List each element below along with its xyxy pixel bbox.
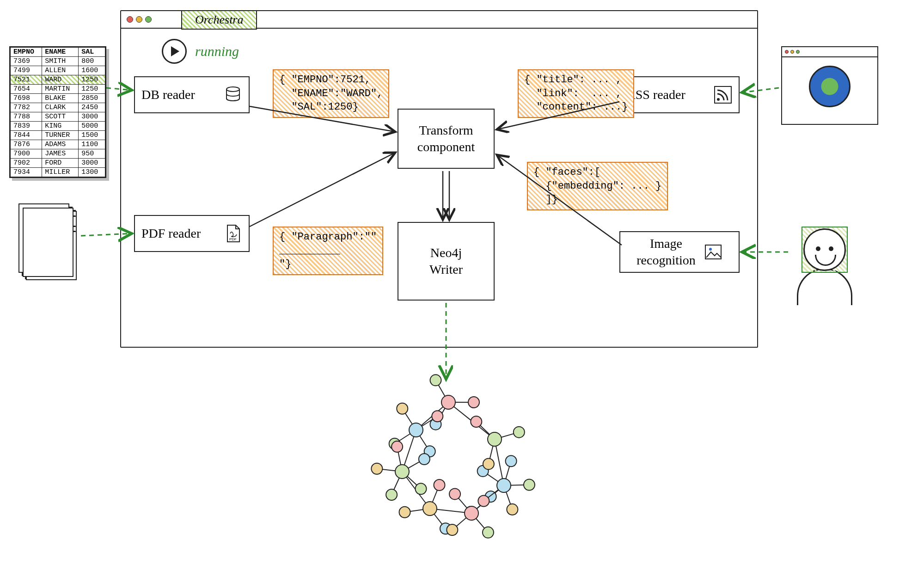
pdf-payload: { "Paragraph":"" __________ "} [273,227,383,275]
svg-point-41 [399,507,410,518]
svg-point-14 [468,397,479,408]
svg-point-36 [419,454,430,465]
svg-point-34 [392,441,403,452]
svg-point-55 [465,506,478,520]
svg-text:PDF: PDF [229,237,237,241]
svg-point-39 [395,465,409,479]
svg-point-30 [386,489,397,500]
source-web-window [781,46,878,125]
db-reader-label: DB reader [141,87,195,102]
svg-point-18 [430,375,441,386]
svg-point-46 [423,502,437,516]
rss-payload: { "title": ... , "link": ... , "content"… [518,69,634,118]
db-reader-node[interactable]: DB reader [134,76,250,113]
svg-point-28 [409,423,423,437]
svg-point-5 [709,248,712,251]
source-db-table: EMPNOENAMESAL 7369SMITH8007499ALLEN16007… [9,46,106,178]
minimize-dot-icon[interactable] [136,16,142,23]
svg-point-66 [497,479,511,492]
svg-point-25 [397,403,408,414]
rss-reader-label: RSS reader [627,87,685,102]
zoom-dot-icon[interactable] [145,16,152,23]
svg-point-70 [483,458,494,469]
rss-reader-node[interactable]: RSS reader [619,76,740,113]
svg-point-43 [434,479,445,491]
svg-point-27 [432,411,443,422]
globe-icon [809,66,851,107]
pdf-reader-node[interactable]: PDF reader PDF [134,215,250,252]
output-graph [356,361,550,555]
play-button[interactable] [162,39,187,64]
svg-point-19 [441,395,455,409]
rss-icon [714,86,732,104]
svg-point-61 [507,504,518,515]
svg-point-72 [471,416,482,427]
image-recognition-node[interactable]: Image recognition [619,231,740,273]
db-payload: { "EMPNO":7521, "ENAME":"WARD", "SAL":12… [273,69,389,118]
image-recognition-label: Image recognition [636,235,696,269]
app-title-tab: Orchestra [181,10,257,30]
svg-point-63 [478,495,489,506]
svg-point-59 [524,479,535,491]
svg-point-38 [415,483,426,494]
svg-point-52 [483,527,494,538]
transform-node[interactable]: Transform component [398,109,495,169]
neo4j-writer-label: Neo4j Writer [429,245,463,278]
close-dot-icon[interactable] [127,16,133,23]
svg-point-3 [717,98,720,101]
source-pdf-documents [18,203,79,282]
faces-payload: { "faces":[ {"embedding": ... } ]} [527,162,668,210]
svg-point-54 [447,524,458,535]
svg-rect-2 [715,86,731,103]
image-icon [704,243,722,261]
svg-point-68 [514,427,525,438]
svg-point-57 [506,455,517,467]
transform-label: Transform component [417,122,475,156]
status-label: running [195,43,239,59]
svg-point-32 [371,463,382,474]
neo4j-writer-node[interactable]: Neo4j Writer [398,222,495,301]
pdf-reader-label: PDF reader [141,226,201,241]
svg-point-73 [488,432,502,446]
database-icon [224,86,242,104]
source-face-image [790,222,860,310]
svg-point-0 [226,87,239,92]
svg-point-48 [449,488,460,499]
pdf-file-icon: PDF [224,224,242,243]
svg-rect-4 [705,245,721,259]
